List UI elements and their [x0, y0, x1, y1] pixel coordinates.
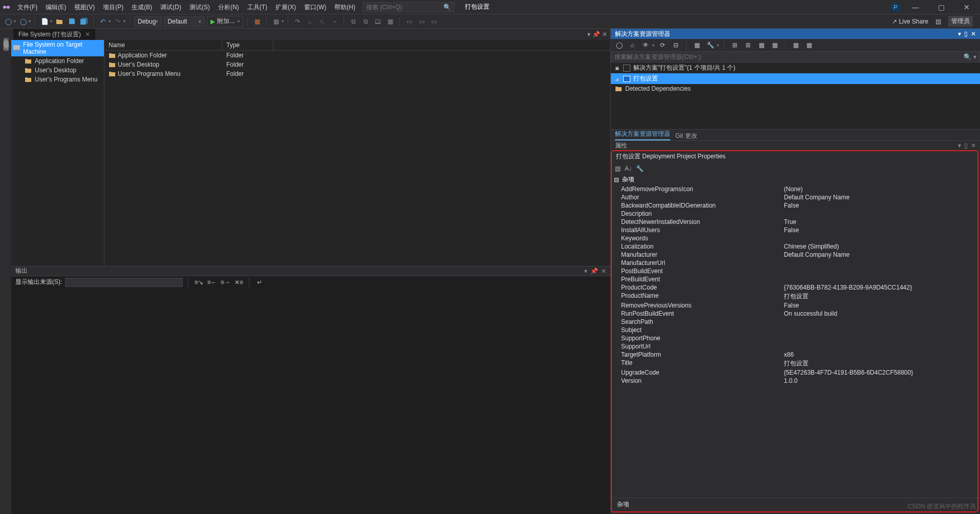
- menu-item[interactable]: 编辑(E): [41, 0, 70, 14]
- se-search-input[interactable]: [614, 53, 964, 60]
- toggle-icon[interactable]: ▦: [385, 16, 395, 27]
- pin-icon[interactable]: 📌: [592, 31, 600, 38]
- misc-icon-3[interactable]: ▭: [429, 16, 439, 27]
- expand-icon[interactable]: ▣: [615, 66, 620, 71]
- menu-item[interactable]: 帮助(H): [330, 0, 359, 14]
- prop-value[interactable]: 1.0.0: [784, 377, 980, 384]
- output-source-combo[interactable]: [65, 278, 183, 287]
- tool-icon-2[interactable]: ▦: [271, 16, 281, 27]
- prop-pages-icon[interactable]: 🔧: [636, 165, 644, 172]
- categorize-icon[interactable]: ▤: [615, 165, 621, 172]
- property-row[interactable]: SupportPhone: [611, 334, 980, 342]
- tree-item[interactable]: User's Desktop: [11, 66, 104, 75]
- property-row[interactable]: RemovePreviousVersionsFalse: [611, 301, 980, 310]
- prop-value[interactable]: [784, 276, 980, 283]
- next-icon[interactable]: ≡→: [220, 277, 230, 287]
- uncomment-icon[interactable]: ⧉: [360, 16, 371, 27]
- panel-close-icon[interactable]: ✕: [971, 30, 976, 37]
- view-icon[interactable]: ⊞: [730, 40, 740, 50]
- tree-root[interactable]: File System on Target Machine: [11, 40, 104, 56]
- prop-value[interactable]: [784, 343, 980, 350]
- close-button[interactable]: ✕: [956, 3, 977, 11]
- prop-value[interactable]: [784, 235, 980, 242]
- prop-value[interactable]: Chinese (Simplified): [784, 243, 980, 250]
- platform-combo[interactable]: Default: [164, 16, 205, 27]
- comment-icon[interactable]: ⧉: [348, 16, 358, 27]
- project-node[interactable]: ◢ 打包设置: [611, 73, 980, 84]
- prop-value[interactable]: [784, 335, 980, 342]
- property-row[interactable]: RunPostBuildEventOn successful build: [611, 310, 980, 318]
- prop-value[interactable]: [784, 259, 980, 266]
- properties-icon[interactable]: 🔧: [705, 40, 715, 50]
- step-over-icon[interactable]: ↷: [292, 16, 303, 27]
- solution-node[interactable]: ▣ 解决方案"打包设置"(1 个项目/共 1 个): [611, 63, 980, 73]
- property-row[interactable]: Version1.0.0: [611, 377, 980, 385]
- misc-icon[interactable]: ▭: [404, 16, 414, 27]
- dependencies-node[interactable]: Detected Dependencies: [611, 84, 980, 93]
- tab-close-icon[interactable]: ✕: [602, 31, 607, 38]
- menu-item[interactable]: 工具(T): [243, 0, 271, 14]
- property-row[interactable]: Title打包设置: [611, 359, 980, 368]
- property-row[interactable]: SearchPath: [611, 318, 980, 326]
- properties-grid[interactable]: ⊟ 杂项 AddRemoveProgramsIcon(None)AuthorDe…: [611, 174, 980, 498]
- close-tab-icon[interactable]: ✕: [85, 31, 90, 38]
- view-icon-5[interactable]: ▦: [791, 40, 801, 50]
- panel-pin-icon[interactable]: ▯: [964, 30, 968, 37]
- property-row[interactable]: DetectNewerInstalledVersionTrue: [611, 218, 980, 226]
- menu-item[interactable]: 分析(N): [214, 0, 243, 14]
- filesystem-tree[interactable]: File System on Target Machine Applicatio…: [11, 40, 104, 266]
- prop-value[interactable]: [784, 318, 980, 325]
- property-row[interactable]: InstallAllUsersFalse: [611, 226, 980, 234]
- menu-item[interactable]: 文件(F): [13, 0, 41, 14]
- prop-value[interactable]: True: [784, 218, 980, 225]
- prev-icon[interactable]: ≡←: [207, 277, 217, 287]
- menu-item[interactable]: 调试(D): [156, 0, 185, 14]
- property-row[interactable]: PreBuildEvent: [611, 275, 980, 283]
- prop-value[interactable]: False: [784, 302, 980, 309]
- clear-icon[interactable]: ✕≡: [233, 277, 244, 287]
- show-all-icon[interactable]: ▦: [692, 40, 702, 50]
- property-row[interactable]: ProductCode{763064BB-B782-4139-B209-9A9D…: [611, 283, 980, 292]
- prop-value[interactable]: False: [784, 227, 980, 234]
- prop-value[interactable]: [784, 326, 980, 334]
- save-button[interactable]: [67, 16, 77, 27]
- prop-value[interactable]: x86: [784, 351, 980, 358]
- bookmark-icon[interactable]: 🕮: [373, 16, 383, 27]
- se-tab-explorer[interactable]: 解决方案资源管理器: [615, 130, 670, 140]
- config-combo[interactable]: Debug: [134, 16, 162, 27]
- prop-value[interactable]: On successful build: [784, 310, 980, 317]
- goto-icon[interactable]: ≡↘: [194, 277, 204, 287]
- view-icon-3[interactable]: ▦: [756, 40, 766, 50]
- menu-item[interactable]: 测试(S): [185, 0, 214, 14]
- col-name[interactable]: Name: [104, 40, 222, 50]
- property-row[interactable]: UpgradeCode{5E47263B-4F7D-4191-B5B6-6D4C…: [611, 368, 980, 377]
- tree-item[interactable]: User's Programs Menu: [11, 75, 104, 84]
- prop-value[interactable]: 打包设置: [784, 359, 980, 368]
- home-icon[interactable]: ⌂: [627, 40, 637, 50]
- redo-button[interactable]: ↷: [113, 16, 123, 27]
- tab-menu-icon[interactable]: ▾: [587, 31, 590, 38]
- tree-item[interactable]: Application Folder: [11, 56, 104, 66]
- save-all-button[interactable]: [79, 16, 89, 27]
- property-row[interactable]: Keywords: [611, 234, 980, 242]
- step-icon[interactable]: →: [329, 16, 339, 27]
- panel-close-icon[interactable]: ✕: [971, 142, 976, 149]
- menu-item[interactable]: 视图(V): [70, 0, 99, 14]
- view-icon-6[interactable]: ▦: [804, 40, 814, 50]
- prop-category[interactable]: ⊟ 杂项: [611, 174, 980, 185]
- view-icon-4[interactable]: ▦: [770, 40, 780, 50]
- filesystem-list[interactable]: Name Type Application FolderFolderUser's…: [104, 40, 610, 266]
- start-button[interactable]: ▶ 附加... ▾: [207, 16, 243, 27]
- property-row[interactable]: AuthorDefault Company Name: [611, 193, 980, 201]
- panel-pin-icon[interactable]: 📌: [590, 268, 598, 275]
- property-row[interactable]: Description: [611, 210, 980, 218]
- panel-menu-icon[interactable]: ▾: [584, 268, 587, 275]
- back-button[interactable]: ◯: [3, 16, 13, 27]
- prop-value[interactable]: Default Company Name: [784, 251, 980, 258]
- prop-value[interactable]: Default Company Name: [784, 194, 980, 201]
- prop-value[interactable]: 打包设置: [784, 292, 980, 301]
- collapse-icon[interactable]: ⊟: [671, 40, 681, 50]
- back-icon[interactable]: ◯: [614, 40, 624, 50]
- property-row[interactable]: ProductName打包设置: [611, 292, 980, 301]
- se-tab-git[interactable]: Git 更改: [675, 132, 697, 140]
